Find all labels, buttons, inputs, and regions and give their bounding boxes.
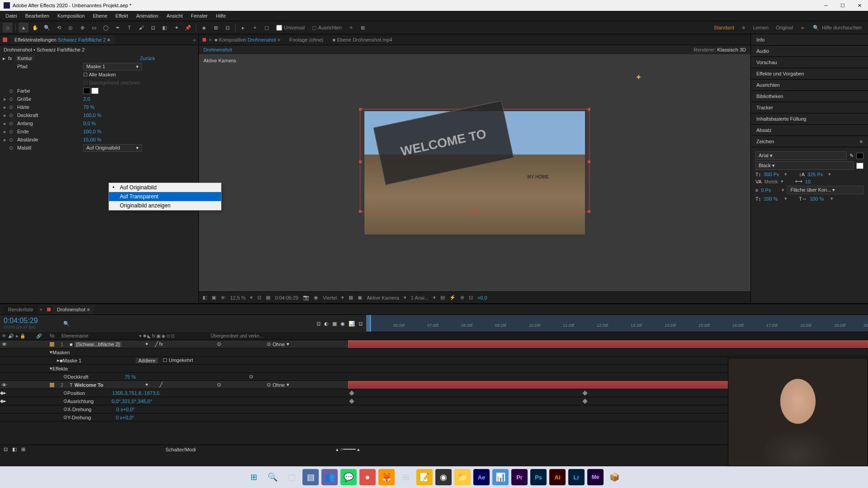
region-icon[interactable]: ▣: [212, 295, 216, 300]
app-icon-gray[interactable]: ⊞: [397, 469, 414, 485]
tab-drohnenshot[interactable]: Drohnenshot ≡: [52, 305, 94, 314]
lock-col-icon[interactable]: 🔒: [20, 333, 25, 338]
eyedropper-icon[interactable]: ✎: [849, 153, 854, 159]
app-icon-red[interactable]: ●: [359, 469, 376, 485]
hand-tool[interactable]: ✋: [30, 23, 40, 33]
stroke-style-dropdown[interactable]: Fläche über Kon... ▾: [787, 186, 863, 194]
renderer-value[interactable]: Klassisch 3D: [717, 47, 746, 52]
roto-tool[interactable]: ✦: [171, 23, 181, 33]
layer1-effekte[interactable]: Effekte: [52, 366, 68, 371]
layer2-ausrichtung-val[interactable]: 0,0°,321,0°,345,0°: [112, 399, 152, 404]
farbe-swatch[interactable]: [91, 88, 99, 94]
current-timecode[interactable]: 0:04:05:29: [4, 317, 60, 325]
time-display[interactable]: 0:04:05:29: [275, 295, 298, 300]
world-axis-icon[interactable]: ⊞: [211, 23, 221, 33]
snap-vertex-icon[interactable]: ▸: [238, 23, 248, 33]
tab-renderliste[interactable]: Renderliste: [4, 305, 38, 314]
menu-datei[interactable]: Datei: [2, 12, 21, 19]
help-search[interactable]: 🔍 Hilfe durchsuchen: [809, 25, 865, 31]
font-family-dropdown[interactable]: Arial ▾: [755, 151, 847, 160]
lightroom-icon[interactable]: Lr: [568, 469, 585, 485]
after-effects-icon[interactable]: Ae: [473, 469, 490, 485]
menu-ebene[interactable]: Ebene: [89, 12, 111, 19]
keyframe[interactable]: [582, 399, 587, 404]
effect-reset[interactable]: Zurück: [140, 56, 196, 61]
farbe-eyedropper-icon[interactable]: [83, 88, 90, 94]
layer2-ydrehung-val[interactable]: 0 x+0,0°: [116, 415, 134, 420]
whatsapp-icon[interactable]: 💬: [340, 469, 357, 485]
local-axis-icon[interactable]: ◈: [199, 23, 209, 33]
layer1-parent-dropdown[interactable]: Ohne: [273, 342, 285, 347]
text-stroke-swatch[interactable]: [856, 163, 863, 169]
start-button[interactable]: ⊞: [245, 469, 262, 485]
vis-col-icon[interactable]: 👁: [2, 333, 6, 338]
toggle-switches-icon[interactable]: ⊡: [4, 446, 8, 452]
file-explorer-icon[interactable]: 📁: [454, 469, 471, 485]
frame-blend-icon[interactable]: ▦: [332, 321, 337, 327]
alpha-icon[interactable]: ◧: [203, 295, 207, 300]
menu-komposition[interactable]: Komposition: [54, 12, 89, 19]
effects-tab[interactable]: Effekteinstellungen Schwarz Farbfläche 2…: [10, 36, 115, 44]
menu-animation[interactable]: Animation: [132, 12, 162, 19]
firefox-icon[interactable]: 🦊: [378, 469, 395, 485]
menu-effekt[interactable]: Effekt: [112, 12, 132, 19]
panel-effekte[interactable]: Effekte und Vorgaben: [751, 68, 868, 80]
layer2-visibility-icon[interactable]: 👁: [2, 382, 7, 388]
workspace-menu-icon[interactable]: ≡: [739, 23, 749, 33]
dropdown-auf-originalbild[interactable]: •Auf Originalbild: [109, 183, 221, 192]
premiere-icon[interactable]: Pr: [511, 469, 528, 485]
tab-footage[interactable]: Footage (ohne): [289, 37, 323, 42]
layer1-masken[interactable]: Masken: [52, 350, 70, 355]
audio-col-icon[interactable]: 🔊: [8, 333, 14, 338]
shy-icon[interactable]: ◐: [324, 321, 329, 327]
media-encoder-icon[interactable]: Me: [587, 469, 604, 485]
panel-bibliotheken[interactable]: Bibliotheken: [751, 91, 868, 102]
zoom-dropdown[interactable]: 12,5 %: [230, 295, 245, 300]
anfang-value[interactable]: 0,0 %: [83, 121, 96, 126]
eraser-tool[interactable]: ◧: [160, 23, 170, 33]
maske1-mode[interactable]: Addiere: [136, 358, 158, 363]
home-button[interactable]: ⌂: [3, 23, 13, 33]
snap-face-icon[interactable]: ▢: [262, 23, 272, 33]
motion-blur-icon[interactable]: ◉: [340, 321, 345, 327]
workspace-original[interactable]: Original: [773, 25, 796, 30]
pen-tool[interactable]: ✒: [113, 23, 123, 33]
panel-absatz[interactable]: Absatz: [751, 125, 868, 136]
composition-canvas[interactable]: Aktive Kamera ✦ WELCOME TO MY HOME: [199, 54, 750, 291]
universal-checkbox[interactable]: Universal: [274, 25, 307, 31]
layer2-xdrehung-val[interactable]: 0 x+0,0°: [116, 407, 135, 412]
panel-inhalt[interactable]: Inhaltsbasierte Füllung: [751, 113, 868, 125]
time-ruler[interactable]: 06:29f 07:29f 08:29f 09:29f 10:29f 11:29…: [366, 315, 868, 332]
link-col-icon[interactable]: 🔗: [36, 333, 50, 338]
font-weight-dropdown[interactable]: Black ▾: [755, 161, 854, 170]
camera-tool[interactable]: ◎: [66, 23, 75, 33]
close-button[interactable]: ✕: [855, 2, 864, 9]
fast-preview-icon[interactable]: ⚡: [449, 295, 456, 300]
groesse-value[interactable]: 2,0: [83, 96, 90, 102]
graph-editor-icon[interactable]: 📊: [349, 321, 355, 327]
comp-mini-icon[interactable]: ⊡: [316, 321, 321, 327]
layer1-name[interactable]: [Schwar...bfläche 2]: [75, 342, 122, 347]
layer2-name[interactable]: Welcome To: [75, 382, 104, 388]
minimize-button[interactable]: ─: [821, 2, 830, 9]
3d-icon[interactable]: ▣: [358, 295, 362, 300]
view-axis-icon[interactable]: ⊡: [222, 23, 232, 33]
brush-tool[interactable]: 🖌: [136, 23, 146, 33]
light-icon[interactable]: ✦: [635, 72, 642, 82]
app-icon-last[interactable]: 📦: [606, 469, 623, 485]
pixel-aspect-icon[interactable]: ▤: [440, 295, 445, 300]
panel-zeichen[interactable]: Zeichen≡: [751, 136, 868, 147]
alle-masken-checkbox[interactable]: ☐ Alle Masken: [83, 72, 116, 78]
layer-row-1[interactable]: 👁 1 ■[Schwar...bfläche 2] ✦╱fx ⊙ ⊙Ohne▾: [0, 340, 868, 348]
maximize-button[interactable]: ☐: [838, 2, 848, 9]
flowchart-icon[interactable]: ⊡: [469, 295, 473, 300]
tracking-input[interactable]: 10: [805, 179, 823, 184]
quality-dropdown[interactable]: Viertel: [323, 295, 337, 300]
panel-info[interactable]: Info: [751, 34, 868, 46]
tab-komposition[interactable]: ■ Komposition Drohnenshot ≡: [214, 37, 280, 42]
panel-audio[interactable]: Audio: [751, 46, 868, 57]
tab-ebene[interactable]: ■ Ebene Drohnenshot.mp4: [332, 37, 392, 42]
snap-edge-icon[interactable]: +: [250, 23, 260, 33]
keyframe[interactable]: [349, 390, 354, 395]
layer2-parent-dropdown[interactable]: Ohne: [273, 382, 285, 388]
